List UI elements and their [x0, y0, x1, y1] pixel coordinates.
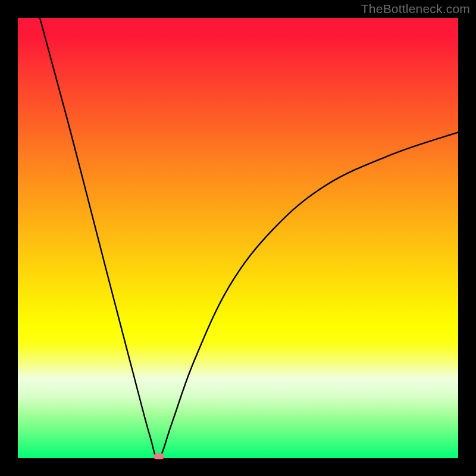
- optimal-point-marker: [154, 453, 164, 459]
- plot-area: [18, 18, 458, 458]
- chart-frame: TheBottleneck.com: [0, 0, 476, 476]
- attribution-label: TheBottleneck.com: [361, 2, 470, 16]
- bottleneck-curve: [18, 18, 458, 458]
- curve-line: [40, 18, 458, 458]
